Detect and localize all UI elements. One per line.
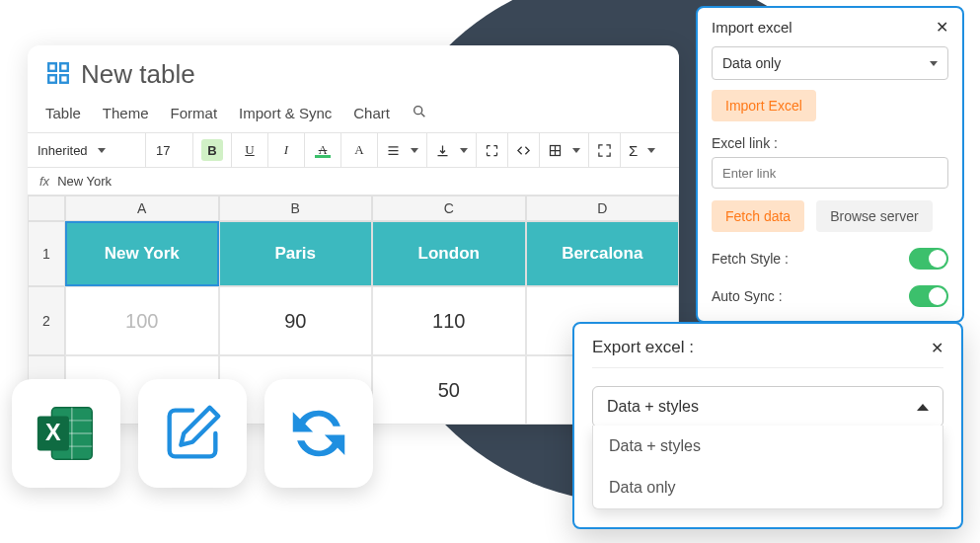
menu-format[interactable]: Format (171, 105, 218, 121)
fetch-data-button[interactable]: Fetch data (712, 200, 804, 232)
export-format-select[interactable]: Data + styles (592, 386, 943, 427)
fetch-style-label: Fetch Style : (712, 251, 789, 267)
fill-color-button[interactable]: A (305, 133, 341, 167)
row-header-2[interactable]: 2 (28, 286, 65, 355)
valign-button[interactable] (427, 133, 477, 167)
underline-button[interactable]: U (232, 133, 268, 167)
menubar: Table Theme Format Import & Sync Chart (28, 96, 679, 132)
cell-c1[interactable]: London (372, 221, 526, 286)
menu-import-sync[interactable]: Import & Sync (239, 105, 332, 121)
app-icon (45, 60, 71, 90)
italic-button[interactable]: I (268, 133, 305, 167)
browse-server-button[interactable]: Browse server (816, 200, 932, 232)
import-mode-select[interactable]: Data only (712, 46, 948, 80)
auto-sync-toggle[interactable] (909, 285, 948, 307)
fetch-style-toggle[interactable] (909, 248, 948, 270)
excel-link-input[interactable] (712, 157, 948, 189)
export-option-data-styles[interactable]: Data + styles (593, 426, 942, 467)
fx-value: New York (57, 174, 112, 189)
cell-a2[interactable]: 100 (65, 286, 219, 355)
close-icon[interactable]: ✕ (936, 18, 948, 37)
toolbar: Inherited 17 B U I A A Σ (28, 132, 679, 168)
svg-rect-3 (60, 75, 68, 83)
page-title: New table (81, 59, 195, 90)
menu-table[interactable]: Table (45, 105, 81, 121)
search-icon[interactable] (412, 104, 427, 122)
sync-icon (264, 379, 373, 488)
sum-button[interactable]: Σ (621, 133, 663, 167)
col-header-d[interactable]: D (526, 195, 680, 221)
close-icon[interactable]: ✕ (931, 339, 943, 357)
svg-rect-2 (48, 75, 56, 83)
menu-theme[interactable]: Theme (103, 105, 149, 121)
edit-icon (138, 379, 247, 488)
menu-chart[interactable]: Chart (353, 105, 390, 121)
export-panel: Export excel : ✕ Data + styles Data + st… (572, 322, 963, 529)
export-options: Data + styles Data only (592, 426, 943, 509)
expand-button[interactable] (477, 133, 508, 167)
chevron-up-icon (917, 404, 929, 411)
borders-button[interactable] (540, 133, 589, 167)
auto-sync-label: Auto Sync : (712, 288, 783, 304)
font-select[interactable]: Inherited (28, 133, 146, 167)
cell-d1[interactable]: Bercalona (526, 221, 680, 286)
cell-c2[interactable]: 110 (372, 286, 526, 355)
font-size[interactable]: 17 (146, 133, 193, 167)
excel-link-label: Excel link : (712, 135, 948, 151)
cell-a1[interactable]: New York (65, 221, 219, 286)
svg-text:X: X (45, 420, 61, 445)
cell-b2[interactable]: 90 (219, 286, 373, 355)
code-button[interactable] (508, 133, 540, 167)
row-header-1[interactable]: 1 (28, 221, 65, 286)
col-header-b[interactable]: B (219, 195, 373, 221)
svg-point-4 (415, 107, 422, 115)
export-title: Export excel : (592, 338, 694, 357)
cell-b1[interactable]: Paris (219, 221, 373, 286)
svg-line-5 (421, 114, 424, 116)
col-header-c[interactable]: C (372, 195, 526, 221)
text-color-button[interactable]: A (341, 133, 378, 167)
fx-label: fx (39, 174, 49, 189)
col-header-a[interactable]: A (65, 195, 219, 221)
import-excel-button[interactable]: Import Excel (712, 90, 816, 121)
cell-c3[interactable]: 50 (372, 355, 526, 425)
export-option-data-only[interactable]: Data only (593, 467, 942, 508)
bold-button[interactable]: B (193, 133, 232, 167)
fullscreen-button[interactable] (589, 133, 621, 167)
import-title: Import excel (712, 19, 792, 36)
align-button[interactable] (378, 133, 427, 167)
formula-bar[interactable]: fx New York (28, 168, 679, 195)
svg-rect-0 (48, 63, 56, 71)
import-panel: Import excel ✕ Data only Import Excel Ex… (696, 6, 964, 323)
svg-rect-1 (60, 63, 68, 71)
excel-icon: X (12, 379, 120, 488)
grid-corner[interactable] (28, 195, 65, 221)
